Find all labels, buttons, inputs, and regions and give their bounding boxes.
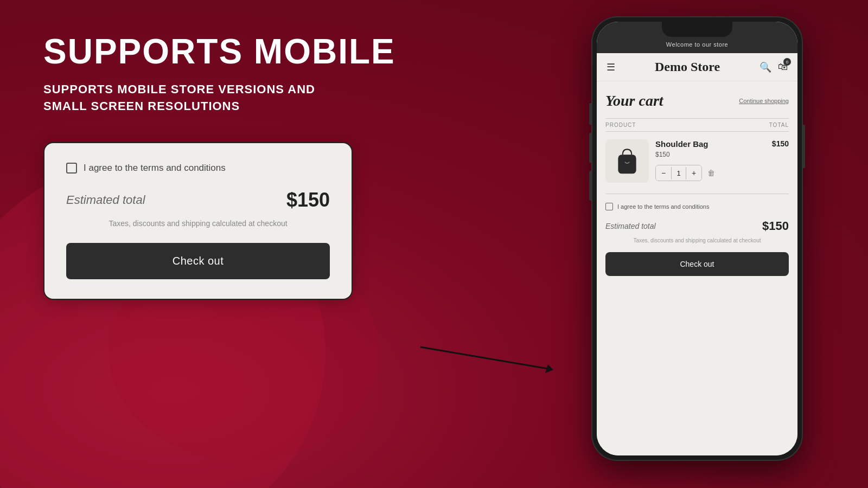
- qty-control: − 1 +: [655, 165, 702, 181]
- phone-checkout-button[interactable]: Check out: [605, 252, 789, 276]
- phone-notch: [662, 22, 732, 37]
- phone-side-button-2: [589, 133, 591, 163]
- phone-product-row: Shoulder Bag $150 − 1 + 🗑 $150: [605, 139, 789, 183]
- card-checkbox[interactable]: [66, 163, 77, 174]
- card-total-row: Estimated total $150: [66, 189, 330, 211]
- phone-product-total: $150: [764, 139, 789, 148]
- phone-table-header: PRODUCT TOTAL: [605, 118, 789, 132]
- phone-product-name: Shoulder Bag: [655, 139, 758, 149]
- floating-card: I agree to the terms and conditions Esti…: [43, 142, 353, 300]
- phone-col-total: TOTAL: [769, 122, 789, 128]
- phone-terms-text: I agree to the terms and conditions: [617, 203, 709, 210]
- cart-badge: 0: [783, 58, 791, 66]
- phone-terms-row: I agree to the terms and conditions: [605, 203, 789, 210]
- card-checkout-button[interactable]: Check out: [66, 243, 330, 279]
- store-title: Demo Store: [655, 60, 720, 74]
- phone-side-button-1: [589, 103, 591, 125]
- card-terms-label: I agree to the terms and conditions: [84, 163, 226, 174]
- phone-content[interactable]: Your cart Continue shopping PRODUCT TOTA…: [597, 81, 797, 455]
- card-total-price: $150: [286, 189, 330, 211]
- product-image: [605, 139, 649, 183]
- search-icon[interactable]: 🔍: [760, 61, 771, 73]
- card-tax-note: Taxes, discounts and shipping calculated…: [66, 219, 330, 228]
- phone-mockup: Welcome to our store ☰ Demo Store 🔍 🛍 0: [591, 16, 803, 461]
- phone-outer: Welcome to our store ☰ Demo Store 🔍 🛍 0: [591, 16, 803, 461]
- phone-estimated-label: Estimated total: [605, 222, 656, 230]
- sub-title: SUPPORTS MOBILE STORE VERSIONS AND SMALL…: [43, 81, 326, 115]
- phone-side-button-right: [803, 125, 805, 168]
- phone-cart-title: Your cart: [605, 92, 663, 110]
- card-terms-row: I agree to the terms and conditions: [66, 163, 330, 174]
- phone-qty-row: − 1 + 🗑: [655, 165, 758, 181]
- phone-checkout-section: I agree to the terms and conditions Esti…: [605, 194, 789, 276]
- phone-terms-checkbox[interactable]: [605, 203, 613, 210]
- nav-icons: 🔍 🛍 0: [760, 61, 788, 73]
- svg-rect-2: [618, 155, 636, 174]
- phone-top-bar-text: Welcome to our store: [666, 41, 728, 48]
- phone-total-price: $150: [762, 219, 789, 233]
- phone-product-price: $150: [655, 151, 758, 158]
- phone-col-product: PRODUCT: [605, 122, 636, 128]
- phone-inner: Welcome to our store ☰ Demo Store 🔍 🛍 0: [597, 22, 797, 455]
- bag-svg: [614, 145, 641, 177]
- phone-nav: ☰ Demo Store 🔍 🛍 0: [597, 53, 797, 81]
- phone-cart-header: Your cart Continue shopping: [605, 92, 789, 110]
- qty-increase-button[interactable]: +: [686, 165, 701, 181]
- phone-side-button-3: [589, 171, 591, 201]
- hamburger-icon[interactable]: ☰: [607, 61, 615, 73]
- phone-tax-note: Taxes, discounts and shipping calculated…: [605, 237, 789, 243]
- qty-value: 1: [671, 167, 686, 179]
- cart-icon[interactable]: 🛍 0: [778, 61, 788, 73]
- phone-continue-shopping-link[interactable]: Continue shopping: [739, 92, 789, 104]
- card-estimated-label: Estimated total: [66, 193, 145, 207]
- qty-decrease-button[interactable]: −: [656, 165, 671, 181]
- phone-total-row: Estimated total $150: [605, 219, 789, 233]
- phone-product-details: Shoulder Bag $150 − 1 + 🗑: [655, 139, 758, 181]
- delete-button[interactable]: 🗑: [707, 169, 715, 177]
